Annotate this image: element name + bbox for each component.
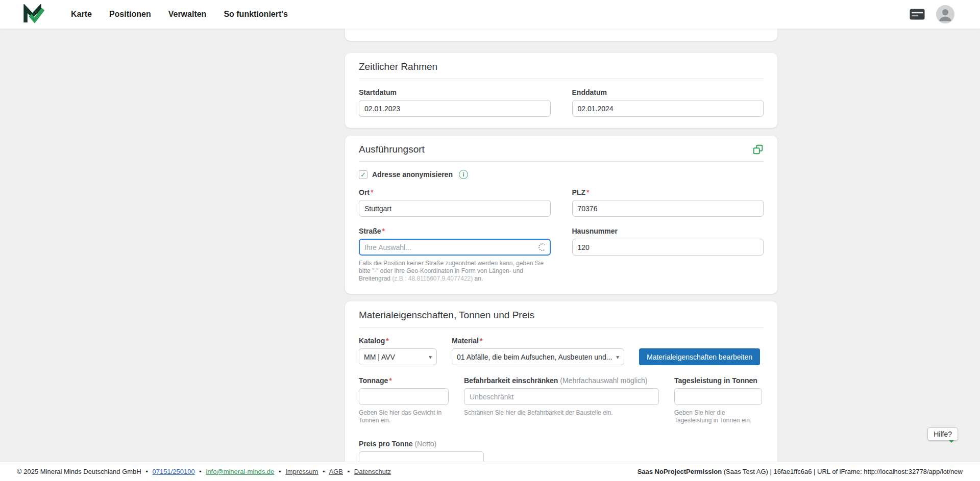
katalog-label-text: Katalog [359,337,385,345]
befahrbarkeit-label-text: Befahrbarkeit einschränken [464,376,558,385]
mineral-minds-logo-icon[interactable] [23,4,44,24]
footer-env-name: Saas NoProjectPermission [638,468,722,475]
material-label: Material* [452,337,624,345]
katalog-field: Katalog* MM | AVV ▾ [359,337,437,365]
logo-graphic [23,4,44,24]
material-value: 01 Abfälle, die beim Aufsuchen, Ausbeute… [457,353,612,361]
katalog-value: MM | AVV [364,353,395,361]
footer-email-link[interactable]: info@mineral-minds.de [206,468,274,475]
befahrbarkeit-input[interactable] [464,388,659,405]
footer-copyright: © 2025 Mineral Minds Deutschland GmbH [17,468,141,475]
material-card-body: Katalog* MM | AVV ▾ Material* 01 Abfälle… [345,337,777,479]
material-label-text: Material [452,337,479,345]
anonymize-label: Adresse anonymisieren [372,170,453,179]
strasse-hint: Falls die Position keiner Straße zugeord… [359,260,551,283]
required-marker: * [371,188,373,196]
strasse-hint-suffix: an. [473,275,483,282]
card-reader-icon[interactable] [910,9,925,20]
ort-label-text: Ort [359,188,370,196]
nav-item-verwalten[interactable]: Verwalten [168,10,207,19]
top-navbar: Karte Positionen Verwalten So funktionie… [0,0,980,29]
edit-material-properties-button[interactable]: Materialeigenschaften bearbeiten [639,348,760,365]
required-marker: * [382,227,385,235]
form-container: Zeitlicher Rahmen Startdatum Enddatum [345,29,777,479]
navbar-left: Karte Positionen Verwalten So funktionie… [23,4,288,24]
strasse-hint-coords: (z.B.: 48.8115607,9.4077422) [392,275,473,282]
main-nav: Karte Positionen Verwalten So funktionie… [71,10,288,19]
startdatum-field: Startdatum [359,88,551,117]
timeframe-card-body: Startdatum Enddatum [345,88,777,128]
tonnage-field: Tonnage* Geben Sie hier das Gewicht in T… [359,376,449,424]
plz-field: PLZ* [572,188,764,217]
tonnage-row: Tonnage* Geben Sie hier das Gewicht in T… [359,376,764,424]
material-select[interactable]: 01 Abfälle, die beim Aufsuchen, Ausbeute… [452,348,624,365]
material-field: Material* 01 Abfälle, die beim Aufsuchen… [452,337,624,365]
location-card-body: ✓ Adresse anonymisieren i Ort* PLZ* [345,170,777,294]
material-card: Materialeigenschaften, Tonnen und Preis … [345,301,777,479]
user-avatar[interactable] [936,5,954,23]
required-marker: * [586,188,589,196]
duplicate-icon[interactable] [752,144,764,155]
startdatum-label: Startdatum [359,88,551,97]
timeframe-card-title: Zeitlicher Rahmen [359,61,437,72]
befahrbarkeit-field: Befahrbarkeit einschränken (Mehrfachausw… [464,376,659,417]
nav-item-so-funktionierts[interactable]: So funktioniert's [224,10,288,19]
strasse-input[interactable] [359,239,551,256]
footer-separator: • [199,468,202,475]
tonnage-input[interactable] [359,388,449,405]
required-marker: * [386,337,388,345]
chevron-down-icon: ▾ [616,353,619,361]
location-card-header: Ausführungsort [359,136,764,162]
strasse-field: Straße* Falls die Position keiner Straße… [359,227,551,283]
preis-label-note: (Netto) [414,440,436,448]
footer-left: © 2025 Mineral Minds Deutschland GmbH • … [17,468,391,475]
footer-env-details: (Saas Test AG) | 16fae1ffc6a6 | URL of i… [722,468,963,475]
footer-separator: • [323,468,325,475]
nav-item-karte[interactable]: Karte [71,10,92,19]
ort-input[interactable] [359,200,551,217]
tonnage-label-text: Tonnage [359,376,388,385]
required-marker: * [389,376,391,385]
preis-label: Preis pro Tonne (Netto) [359,440,484,448]
loading-spinner-icon [538,243,546,251]
hausnummer-field: Hausnummer [572,227,764,256]
timeframe-card-header: Zeitlicher Rahmen [359,53,764,79]
page-content: Zeitlicher Rahmen Startdatum Enddatum [0,29,980,481]
footer-environment-info: Saas NoProjectPermission (Saas Test AG) … [638,468,963,475]
info-icon[interactable]: i [459,170,468,179]
tagesleistung-label: Tagesleistung in Tonnen [674,376,762,385]
preis-label-text: Preis pro Tonne [359,440,413,448]
location-card: Ausführungsort ✓ Adresse anonymisieren i [345,136,777,294]
footer-agb-link[interactable]: AGB [329,468,343,475]
tagesleistung-input[interactable] [674,388,762,405]
tonnage-hint: Geben Sie hier das Gewicht in Tonnen ein… [359,409,449,424]
strasse-label: Straße* [359,227,551,236]
anonymize-checkbox[interactable]: ✓ [359,170,368,179]
required-marker: * [480,337,482,345]
timeframe-card: Zeitlicher Rahmen Startdatum Enddatum [345,53,777,128]
footer-impressum-link[interactable]: Impressum [285,468,318,475]
ort-field: Ort* [359,188,551,217]
checkmark-icon: ✓ [360,171,366,178]
startdatum-input[interactable] [359,100,551,117]
plz-label-text: PLZ [572,188,585,196]
footer-datenschutz-link[interactable]: Datenschutz [354,468,391,475]
plz-input[interactable] [572,200,764,217]
befahrbarkeit-label-note: (Mehrfachauswahl möglich) [560,376,647,385]
plz-label: PLZ* [572,188,764,197]
enddatum-input[interactable] [572,100,764,117]
nav-item-positionen[interactable]: Positionen [109,10,151,19]
footer: © 2025 Mineral Minds Deutschland GmbH • … [0,462,980,481]
katalog-select[interactable]: MM | AVV ▾ [359,348,437,365]
tonnage-label: Tonnage* [359,376,449,385]
hausnummer-label: Hausnummer [572,227,764,236]
navbar-right [910,5,954,23]
tagesleistung-field: Tagesleistung in Tonnen Geben Sie hier d… [674,376,762,424]
help-button[interactable]: Hilfe? [927,427,958,441]
hausnummer-input[interactable] [572,239,764,256]
material-card-title: Materialeigenschaften, Tonnen und Preis [359,309,534,321]
footer-phone-link[interactable]: 07151/250100 [153,468,195,475]
footer-separator: • [348,468,350,475]
tagesleistung-hint: Geben Sie hier die Tagesleistung in Tonn… [674,409,762,424]
previous-card-bottom [345,29,777,41]
